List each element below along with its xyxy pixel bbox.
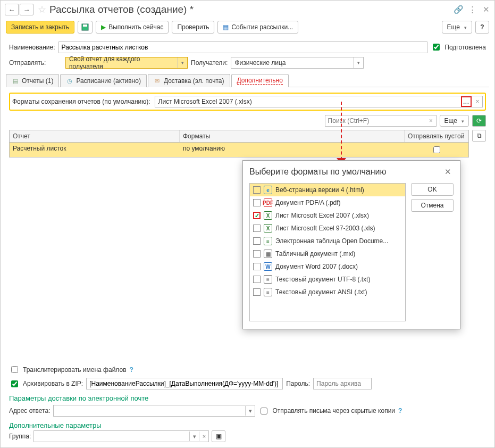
zip-template-input[interactable] — [86, 378, 283, 389]
format-option[interactable]: ≡Текстовый документ UTF-8 (.txt) — [250, 273, 405, 286]
table-more-label: Еще — [444, 117, 457, 125]
translit-label: Транслитерировать имена файлов — [23, 366, 127, 374]
translit-checkbox[interactable] — [11, 366, 18, 373]
send-empty-checkbox[interactable] — [433, 146, 440, 153]
format-type-icon: X — [264, 211, 272, 220]
more-button[interactable]: Еще — [442, 21, 472, 34]
formats-open-dialog-button[interactable]: ... — [461, 96, 472, 107]
popup-ok-button[interactable]: OK — [411, 183, 454, 196]
col-formats: Форматы — [180, 130, 405, 142]
prepared-checkbox-wrap[interactable]: Подготовлена — [431, 40, 486, 54]
zip-password-input[interactable] — [313, 378, 372, 389]
check-button[interactable]: Проверить — [172, 21, 214, 34]
group-open-button[interactable]: ▣ — [212, 430, 225, 442]
reply-caret-button[interactable]: ▾ — [245, 406, 255, 416]
prepared-checkbox[interactable] — [433, 44, 440, 51]
popup-close-button[interactable]: ✕ — [442, 166, 454, 178]
formats-popup: Выберите форматы по умолчанию ✕ eВеб-стр… — [242, 160, 460, 329]
formats-input[interactable]: Лист Microsoft Excel 2007 (.xlsx) ... × — [155, 96, 483, 107]
cell-formats: по умолчанию — [180, 143, 405, 157]
formats-clear-button[interactable]: × — [473, 98, 482, 105]
nav-back-button[interactable]: ← — [5, 4, 19, 15]
nav-forward-button[interactable]: → — [20, 4, 33, 15]
format-checkbox[interactable] — [253, 276, 261, 283]
table-row[interactable]: Расчетный листок по умолчанию — [10, 143, 468, 157]
send-mode-select[interactable]: Свой отчет для каждого получателя ▾ — [65, 57, 188, 69]
tab-content-additional: Форматы сохранения отчетов (по умолчанию… — [1, 87, 494, 160]
callout-arrow-line — [341, 102, 342, 160]
save-button[interactable] — [78, 21, 93, 34]
format-type-icon: W — [264, 262, 272, 271]
format-option[interactable]: XЛист Microsoft Excel 2007 (.xlsx) — [250, 209, 405, 222]
format-checkbox[interactable] — [253, 250, 261, 258]
zip-row: Архивировать в ZIP: Пароль: — [9, 376, 486, 391]
name-input[interactable] — [58, 42, 428, 53]
format-type-icon: PDF — [264, 198, 272, 207]
recipients-select[interactable]: Физические лица ▾ — [231, 57, 364, 69]
popup-title: Выберите форматы по умолчанию — [249, 167, 387, 177]
execute-now-button[interactable]: ▶ Выполнить сейчас — [96, 21, 169, 34]
group-label: Группа: — [9, 433, 31, 440]
reply-address-input[interactable]: ▾ — [53, 405, 255, 417]
format-option[interactable]: eВеб-страница версии 4 (.html) — [250, 184, 405, 196]
zip-checkbox[interactable] — [11, 380, 18, 387]
titlebar: ← → ☆ Рассылка отчетов (создание) * 🔗 ⋮ … — [1, 1, 494, 19]
format-option[interactable]: ≡Электронная таблица Open Docume... — [250, 235, 405, 247]
format-type-icon: ≡ — [264, 288, 272, 296]
link-icon[interactable]: 🔗 — [454, 5, 463, 14]
format-checkbox[interactable] — [253, 237, 261, 245]
mail-icon: ✉ — [154, 77, 161, 85]
caret-down-icon: ▾ — [178, 57, 187, 68]
kebab-menu-icon[interactable]: ⋮ — [468, 5, 476, 14]
search-toolbar: × Еще ⟳ — [9, 115, 486, 127]
tab-schedule[interactable]: ◷ Расписание (активно) — [60, 74, 146, 87]
caret-down-icon — [460, 117, 464, 125]
default-formats-row: Форматы сохранения отчетов (по умолчанию… — [9, 93, 486, 111]
refresh-button[interactable]: ⟳ — [472, 115, 486, 127]
translit-help-button[interactable]: ? — [130, 366, 133, 374]
format-checkbox[interactable] — [253, 186, 261, 194]
tab-delivery[interactable]: ✉ Доставка (эл. почта) — [148, 74, 230, 87]
format-option[interactable]: WДокумент Word 2007 (.docx) — [250, 260, 405, 273]
events-button[interactable]: ▦ События рассылки... — [217, 21, 298, 34]
format-type-icon: e — [264, 186, 272, 194]
format-option[interactable]: ≡Текстовый документ ANSI (.txt) — [250, 286, 405, 298]
format-option[interactable]: ▦Табличный документ (.mxl) — [250, 247, 405, 260]
cell-report: Расчетный листок — [10, 143, 180, 157]
format-checkbox[interactable] — [253, 212, 261, 219]
col-report: Отчет — [10, 130, 180, 142]
reply-row: Адрес ответа: ▾ Отправлять письма через … — [9, 403, 486, 418]
bcc-help-button[interactable]: ? — [398, 407, 402, 414]
group-input[interactable]: ▾ × — [33, 430, 209, 442]
format-checkbox[interactable] — [253, 288, 261, 296]
recipients-value: Физические лица — [231, 59, 354, 67]
tab-additional-label: Дополнительно — [237, 77, 283, 85]
format-label: Документ PDF/A (.pdf) — [275, 199, 341, 206]
search-clear-button[interactable]: × — [426, 117, 436, 125]
format-checkbox[interactable] — [253, 225, 261, 232]
copy-row-button[interactable]: ⧉ — [472, 130, 486, 142]
tab-schedule-label: Расписание (активно) — [76, 77, 140, 85]
format-option[interactable]: PDFДокумент PDF/A (.pdf) — [250, 196, 405, 209]
tab-additional[interactable]: Дополнительно — [231, 74, 289, 87]
format-label: Веб-страница версии 4 (.html) — [275, 186, 364, 194]
format-type-icon: ▦ — [264, 250, 272, 258]
format-checkbox[interactable] — [253, 263, 261, 270]
table-more-button[interactable]: Еще — [440, 115, 469, 127]
cell-send-empty[interactable] — [405, 143, 468, 157]
format-checkbox[interactable] — [253, 199, 261, 206]
extra-section-title: Дополнительные параметры — [9, 421, 486, 429]
help-button[interactable]: ? — [475, 21, 489, 34]
calendar-icon: ▦ — [223, 23, 229, 31]
zip-label: Архивировать в ZIP: — [23, 380, 83, 387]
write-close-button[interactable]: Записать и закрыть — [6, 21, 74, 34]
group-row: Группа: ▾ × ▣ — [9, 430, 486, 442]
group-clear-button[interactable]: × — [199, 432, 208, 441]
popup-cancel-button[interactable]: Отмена — [411, 199, 454, 212]
bcc-checkbox[interactable] — [261, 408, 267, 414]
group-caret-button[interactable]: ▾ — [189, 432, 199, 441]
favorite-star-icon[interactable]: ☆ — [38, 4, 46, 15]
format-option[interactable]: XЛист Microsoft Excel 97-2003 (.xls) — [250, 222, 405, 235]
tab-reports[interactable]: ▤ Отчеты (1) — [6, 74, 59, 87]
close-icon[interactable]: ✕ — [482, 5, 490, 14]
